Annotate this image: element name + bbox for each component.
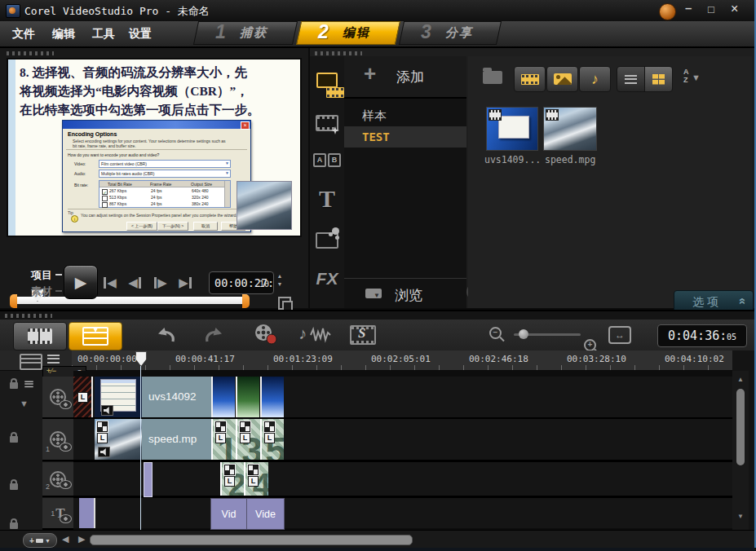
video-clip-head[interactable]: L — [73, 377, 93, 417]
enlarge-preview-icon[interactable] — [278, 297, 291, 310]
graphics-library-button[interactable] — [313, 226, 341, 250]
title-track-header[interactable]: 1 T — [42, 498, 73, 530]
browse-row[interactable]: ▼ 浏览 — [344, 278, 466, 309]
filter-library-button[interactable]: FX — [313, 267, 341, 291]
sort-button[interactable]: A Z ▼ — [682, 68, 703, 89]
home-button[interactable]: ◀ — [99, 275, 121, 291]
next-frame-button[interactable]: ▶ — [150, 275, 171, 291]
track-column-caret-icon[interactable]: ▼ — [20, 399, 29, 408]
title-clip-1[interactable]: Vid — [210, 498, 247, 530]
menu-tools[interactable]: 工具 — [92, 27, 115, 42]
video-track-header[interactable] — [42, 377, 73, 419]
flash-clip-4[interactable]: 2 L — [220, 462, 244, 496]
library-panel-gripper[interactable] — [315, 51, 362, 55]
gallery-folder-test[interactable]: TEST — [344, 126, 466, 148]
play-button[interactable]: ▶ — [64, 265, 98, 299]
title-library-button[interactable]: T — [313, 185, 341, 213]
title-clip-2[interactable]: Vide — [246, 498, 285, 530]
tab-edit[interactable]: 2 编辑 — [298, 21, 398, 45]
menu-file[interactable]: 文件 — [12, 27, 35, 42]
flash-clip-1[interactable]: 1 L — [211, 419, 236, 460]
end-button[interactable]: ▶ — [175, 275, 196, 291]
redo-button[interactable] — [202, 324, 227, 346]
trim-handle-right[interactable] — [242, 294, 250, 308]
video-track-visibility-icon[interactable] — [60, 400, 72, 409]
chapter-list-button[interactable] — [47, 352, 60, 365]
color-clip-blue-1[interactable] — [211, 377, 235, 417]
show-videos-button[interactable] — [514, 66, 546, 92]
preview-panel-gripper[interactable] — [7, 51, 54, 55]
help-ball-icon[interactable] — [659, 3, 676, 20]
track-add-remove[interactable]: +∕− — [46, 367, 56, 375]
show-photos-button[interactable] — [546, 66, 578, 92]
title-track-row[interactable] — [73, 498, 732, 528]
overlay1-track-lock-icon[interactable] — [10, 436, 18, 443]
timeline-panel-gripper[interactable] — [5, 314, 52, 318]
fit-project-button[interactable]: ↔ — [608, 326, 631, 344]
timeline-zoom-slider-thumb[interactable] — [519, 329, 528, 339]
overlay2-track-header[interactable]: 2 — [42, 462, 73, 497]
scroll-up-icon[interactable]: ▲ — [737, 376, 744, 383]
sound-mixer-button[interactable]: ♪ — [298, 323, 331, 347]
color-clip-blue-2[interactable] — [260, 377, 284, 417]
timeline-view-button[interactable] — [69, 322, 122, 350]
scroll-right-icon[interactable]: ▶ — [78, 534, 85, 544]
close-button[interactable]: × — [731, 2, 738, 16]
scroll-down-icon[interactable]: ▼ — [737, 513, 744, 520]
maximize-button[interactable]: □ — [708, 3, 714, 15]
trim-handle-left[interactable] — [10, 294, 17, 308]
overlay2-track-row[interactable] — [73, 462, 732, 498]
minimize-button[interactable]: – — [685, 1, 692, 15]
mode-clip-label[interactable]: 素材 — [31, 284, 52, 299]
gallery-sample-label[interactable]: 样本 — [362, 108, 387, 124]
flash-clip-5[interactable]: 4 L — [244, 462, 268, 496]
undo-button[interactable] — [153, 324, 178, 346]
track-manager-button[interactable] — [20, 354, 42, 370]
title-stub-clip[interactable] — [79, 498, 95, 528]
video-clip-thumbnail[interactable] — [95, 377, 142, 417]
title-track-visibility-icon[interactable] — [60, 514, 72, 523]
prev-frame-button[interactable]: ◀ — [124, 275, 145, 291]
video-clip-body[interactable]: uvs14092 — [142, 377, 211, 417]
transition-library-button[interactable] — [313, 110, 341, 136]
title-track-lock-icon[interactable] — [10, 522, 18, 529]
show-audio-button[interactable]: ♪ — [579, 66, 611, 92]
media-library-button[interactable] — [313, 69, 341, 95]
menu-edit[interactable]: 编辑 — [52, 27, 75, 42]
timeline-timecode[interactable]: 0:04:36: 05 — [657, 324, 747, 347]
add-folder-row[interactable]: + 添加 — [344, 56, 466, 99]
video-track-lock-icon[interactable] — [10, 382, 18, 389]
playhead-line[interactable] — [140, 366, 141, 530]
vertical-scrollbar-thumb[interactable] — [736, 389, 745, 465]
gallery-folder-icon[interactable] — [483, 71, 502, 84]
flash-clip-2[interactable]: 3 L — [236, 419, 260, 460]
flash-clip-3[interactable]: 5 L — [260, 419, 284, 460]
spinner-up-icon[interactable]: ▲ — [276, 272, 284, 280]
tab-share[interactable]: 3 分享 — [401, 21, 499, 45]
overlay1-track-header[interactable]: 1 — [42, 419, 73, 461]
overlay2-track-visibility-icon[interactable] — [60, 480, 72, 489]
spinner-down-icon[interactable]: ▼ — [276, 280, 284, 289]
timeline-playhead[interactable] — [135, 351, 147, 366]
timecode-spinner[interactable]: ▲ ▼ — [276, 272, 284, 292]
zoom-out-button[interactable]: − — [489, 327, 502, 339]
overlay2-track-lock-icon[interactable] — [10, 483, 18, 490]
mode-project-label[interactable]: 项目 — [31, 268, 52, 283]
color-clip-green[interactable] — [236, 377, 259, 417]
timeline-vertical-scrollbar[interactable]: ▲ ▼ — [732, 371, 749, 530]
preview-timecode[interactable]: 00:00:27: 10 — [209, 271, 274, 294]
video-track-list-icon[interactable] — [24, 379, 33, 388]
swap-track-button[interactable]: + ▼ — [23, 533, 57, 548]
list-view-button[interactable] — [617, 66, 645, 92]
grid-view-button[interactable] — [644, 66, 673, 92]
thumbnail-uvs[interactable] — [486, 107, 538, 151]
overlay2-stub-clip[interactable] — [144, 462, 153, 497]
overlay-clip-body[interactable]: speed.mp — [142, 419, 211, 460]
overlay-clip-thumbnail[interactable]: L — [95, 419, 142, 460]
scroll-left-icon[interactable]: ◀ — [62, 534, 69, 544]
storyboard-view-button[interactable] — [13, 322, 67, 350]
overlay1-track-visibility-icon[interactable] — [60, 443, 72, 452]
zoom-in-button[interactable]: + — [584, 339, 596, 351]
menu-settings[interactable]: 设置 — [129, 27, 152, 42]
record-capture-button[interactable] — [251, 322, 281, 348]
